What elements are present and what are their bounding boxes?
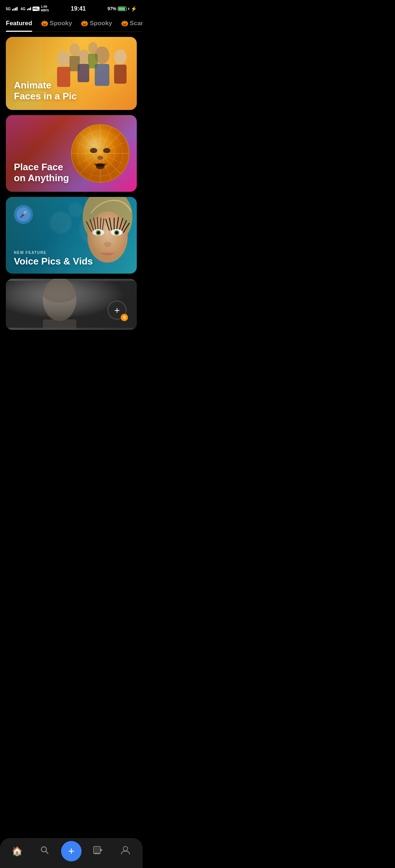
status-bar: 5G 4G HD2 1.00MB/S 19:41 97% ⚡ [0, 0, 143, 16]
signal-bars-4g [27, 7, 31, 10]
battery-percentage: 97% [108, 6, 116, 11]
signal-5g: 5G [6, 7, 11, 11]
speed-indicator: 1.00MB/S [41, 5, 49, 12]
battery-tip [128, 8, 129, 10]
tab-spooky-2[interactable]: 🎃Spooky [81, 16, 112, 31]
card-voice-text: NEW FEATURE Voice Pics & Vids [14, 251, 93, 267]
tab-scary-emoji: 🎃 [121, 20, 128, 26]
main-content: AnimateFaces in a Pic [0, 32, 143, 366]
status-right: 97% ⚡ [108, 6, 137, 12]
lightning-icon: ⚡ [131, 6, 137, 12]
card-animate-faces[interactable]: AnimateFaces in a Pic [6, 37, 137, 110]
status-time: 19:41 [71, 5, 86, 12]
tab-spooky-1-emoji: 🎃 [41, 20, 48, 26]
mic-inner: 🎤 [16, 208, 30, 221]
card-place-face[interactable]: Place Faceon Anything [6, 115, 137, 192]
card-voice-title: Voice Pics & Vids [14, 256, 93, 267]
mic-button[interactable]: 🎤 [14, 205, 33, 224]
hd-badge: HD2 [33, 7, 40, 11]
signal-bars-5g [12, 7, 18, 11]
battery-icon [118, 7, 127, 11]
card-face-text: Place Faceon Anything [14, 162, 69, 184]
signal-4g: 4G [20, 7, 25, 11]
status-left: 5G 4G HD2 1.00MB/S [6, 5, 49, 12]
card-partial[interactable]: + S [6, 279, 137, 330]
tab-scary[interactable]: 🎃Scary [121, 16, 143, 31]
tab-featured-label: Featured [6, 20, 32, 27]
tab-featured[interactable]: Featured [6, 16, 32, 31]
mic-icon: 🎤 [19, 210, 27, 218]
s-badge: S [121, 314, 128, 321]
card-voice-new-label: NEW FEATURE [14, 251, 93, 255]
tab-spooky-2-emoji: 🎃 [81, 20, 88, 26]
card-animate-text: AnimateFaces in a Pic [14, 80, 77, 102]
card-animate-title: AnimateFaces in a Pic [14, 80, 77, 102]
tab-spooky-1-label: Spooky [50, 20, 72, 27]
plus-icon: + [114, 305, 120, 315]
card-voice-pics[interactable]: 🎤 NEW FEATURE Voice Pics & Vids [6, 197, 137, 274]
svg-rect-56 [43, 319, 76, 330]
tab-spooky-1[interactable]: 🎃Spooky [41, 16, 72, 31]
tab-spooky-2-label: Spooky [90, 20, 112, 27]
svg-point-55 [41, 279, 78, 302]
card-face-title: Place Faceon Anything [14, 162, 69, 184]
category-tabs: Featured 🎃Spooky 🎃Spooky 🎃Scary [0, 16, 143, 32]
tab-scary-label: Scary [130, 20, 143, 27]
